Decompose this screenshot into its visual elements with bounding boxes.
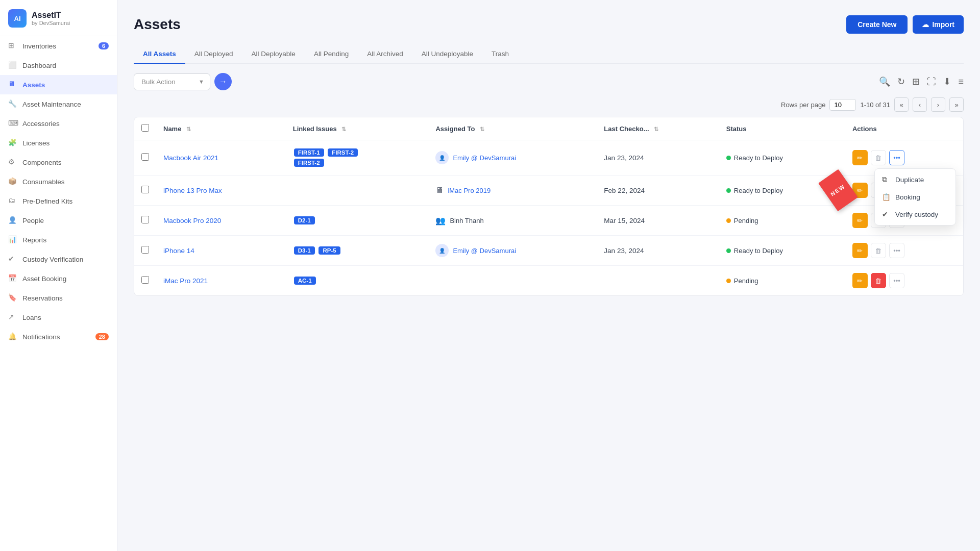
row-1-delete-button[interactable]: 🗑 bbox=[871, 150, 886, 165]
bulk-action-select[interactable]: Bulk Action Delete Selected Update Statu… bbox=[134, 73, 210, 90]
pagination-last-button[interactable]: » bbox=[949, 97, 964, 112]
sort-icon-assigned-to[interactable]: ⇅ bbox=[480, 126, 484, 132]
sidebar-item-assets[interactable]: 🖥 Assets bbox=[0, 75, 117, 94]
row-2-checkbox[interactable] bbox=[141, 186, 149, 193]
bulk-action-go-button[interactable]: → bbox=[214, 73, 232, 90]
tab-all-assets[interactable]: All Assets bbox=[134, 45, 185, 64]
pagination-first-button[interactable]: « bbox=[894, 97, 909, 112]
page-header: Assets Create New ☁ Import bbox=[134, 15, 964, 34]
sidebar-item-reports[interactable]: 📊 Reports bbox=[0, 230, 117, 249]
row-1-assigned-link[interactable]: Emily @ DevSamurai bbox=[453, 154, 516, 162]
tab-all-pending[interactable]: All Pending bbox=[305, 45, 358, 64]
columns-icon[interactable]: ⊞ bbox=[912, 76, 920, 87]
tab-all-deployed[interactable]: All Deployed bbox=[185, 45, 242, 64]
people-icon: 👤 bbox=[8, 216, 17, 225]
rows-per-page-select[interactable]: 10 25 50 100 bbox=[829, 99, 856, 111]
pagination-next-button[interactable]: › bbox=[931, 97, 945, 112]
sidebar-item-predefined-kits[interactable]: 🗂 Pre-Defined Kits bbox=[0, 191, 117, 211]
import-button[interactable]: ☁ Import bbox=[913, 15, 964, 34]
row-3-checkout-cell: Mar 15, 2024 bbox=[597, 206, 719, 236]
download-icon[interactable]: ⬇ bbox=[943, 76, 951, 87]
tab-all-archived[interactable]: All Archived bbox=[358, 45, 412, 64]
row-5-checkbox[interactable] bbox=[141, 276, 149, 284]
sidebar-item-dashboard[interactable]: ⬜ Dashboard bbox=[0, 56, 117, 75]
sidebar-item-people[interactable]: 👤 People bbox=[0, 211, 117, 230]
sidebar-item-custody-verification[interactable]: ✔ Custody Verification bbox=[0, 249, 117, 269]
row-4-name-link[interactable]: iPhone 14 bbox=[163, 247, 194, 255]
tag-first-2a[interactable]: FIRST-2 bbox=[328, 148, 358, 157]
sidebar-item-licenses[interactable]: 🧩 Licenses bbox=[0, 133, 117, 153]
create-new-button[interactable]: Create New bbox=[846, 15, 908, 34]
dropdown-booking[interactable]: 📋 Booking bbox=[875, 188, 955, 206]
row-5-more-button[interactable]: ••• bbox=[889, 273, 904, 288]
row-3-edit-button[interactable]: ✏ bbox=[852, 213, 868, 228]
row-5-tags-cell: AC-1 bbox=[286, 266, 429, 296]
sidebar-item-loans[interactable]: ↗ Loans bbox=[0, 308, 117, 327]
tag-first-2b[interactable]: FIRST-2 bbox=[294, 159, 324, 167]
tab-all-deployable[interactable]: All Deployable bbox=[242, 45, 305, 64]
consumables-icon: 📦 bbox=[8, 177, 17, 186]
row-3-checkbox[interactable] bbox=[141, 216, 149, 223]
pagination-prev-button[interactable]: ‹ bbox=[913, 97, 927, 112]
tab-trash[interactable]: Trash bbox=[482, 45, 518, 64]
sort-icon-name[interactable]: ⇅ bbox=[186, 126, 191, 132]
sort-icon-last-checkout[interactable]: ⇅ bbox=[654, 126, 658, 132]
table-row: iPhone 13 Pro Max 🖥 iMac Pro 2019 Feb 22… bbox=[134, 176, 963, 206]
tag-rp-5[interactable]: RP-5 bbox=[318, 246, 340, 255]
tag-first-1[interactable]: FIRST-1 bbox=[294, 148, 324, 157]
tag-d2-1[interactable]: D2-1 bbox=[294, 216, 315, 224]
sidebar-item-accessories[interactable]: ⌨ Accessories bbox=[0, 114, 117, 133]
row-4-checkbox[interactable] bbox=[141, 246, 149, 254]
cloud-upload-icon: ☁ bbox=[922, 20, 929, 29]
row-2-name-link[interactable]: iPhone 13 Pro Max bbox=[163, 187, 222, 194]
pagination-bar: Rows per page 10 25 50 100 1-10 of 31 « … bbox=[134, 97, 964, 112]
table-header-row: Name ⇅ Linked Issues ⇅ Assigned To ⇅ L bbox=[134, 117, 963, 140]
row-3-name-link[interactable]: Macbook Pro 2020 bbox=[163, 217, 221, 224]
row-3-assigned-name: Binh Thanh bbox=[450, 217, 483, 224]
row-1-more-button[interactable]: ••• bbox=[889, 150, 904, 165]
row-2-status-text: Ready to Deploy bbox=[734, 187, 783, 194]
row-1-edit-button[interactable]: ✏ bbox=[852, 150, 868, 165]
tab-all-undeployable[interactable]: All Undeployable bbox=[412, 45, 482, 64]
row-checkbox-cell bbox=[134, 176, 156, 206]
row-checkbox-cell bbox=[134, 236, 156, 266]
row-2-checkout-cell: Feb 22, 2024 bbox=[597, 176, 719, 206]
row-4-assigned-link[interactable]: Emily @ DevSamurai bbox=[453, 247, 516, 255]
grid-icon: ⊞ bbox=[8, 41, 17, 51]
dropdown-duplicate[interactable]: ⧉ Duplicate bbox=[875, 171, 955, 188]
fullscreen-icon[interactable]: ⛶ bbox=[927, 77, 936, 87]
select-all-checkbox[interactable] bbox=[141, 124, 149, 132]
sidebar-item-reservations[interactable]: 🔖 Reservations bbox=[0, 288, 117, 308]
filter-icon[interactable]: ≡ bbox=[958, 77, 964, 87]
refresh-icon[interactable]: ↻ bbox=[897, 76, 905, 87]
row-1-checkbox[interactable] bbox=[141, 153, 149, 161]
row-4-checkout-cell: Jan 23, 2024 bbox=[597, 236, 719, 266]
row-5-delete-button[interactable]: 🗑 bbox=[871, 273, 886, 288]
row-5-edit-button[interactable]: ✏ bbox=[852, 273, 868, 288]
sidebar-label-consumables: Consumables bbox=[22, 178, 65, 186]
sidebar-item-asset-booking[interactable]: 📅 Asset Booking bbox=[0, 269, 117, 288]
row-4-more-button[interactable]: ••• bbox=[889, 243, 904, 258]
sidebar-item-asset-maintenance[interactable]: 🔧 Asset Maintenance bbox=[0, 94, 117, 114]
row-2-edit-button[interactable]: ✏ bbox=[852, 183, 868, 198]
row-4-status-dot bbox=[726, 248, 731, 253]
row-2-assigned-link[interactable]: iMac Pro 2019 bbox=[448, 187, 491, 194]
sidebar-item-consumables[interactable]: 📦 Consumables bbox=[0, 172, 117, 191]
tag-d3-1[interactable]: D3-1 bbox=[294, 246, 315, 255]
row-4-delete-button[interactable]: 🗑 bbox=[871, 243, 886, 258]
search-icon[interactable]: 🔍 bbox=[879, 76, 890, 87]
row-2-status-dot bbox=[726, 188, 731, 193]
sidebar-item-components[interactable]: ⚙ Components bbox=[0, 153, 117, 172]
sort-icon-linked-issues[interactable]: ⇅ bbox=[341, 126, 346, 132]
row-4-name-cell: iPhone 14 bbox=[156, 236, 286, 266]
sidebar-item-inventories[interactable]: ⊞ Inventories 6 bbox=[0, 36, 117, 56]
brand-logo: AI bbox=[8, 9, 27, 28]
row-4-edit-button[interactable]: ✏ bbox=[852, 243, 868, 258]
sidebar-item-notifications[interactable]: 🔔 Notifications 28 bbox=[0, 327, 117, 346]
bulk-action-wrap: Bulk Action Delete Selected Update Statu… bbox=[134, 73, 210, 90]
dropdown-verify-custody[interactable]: ✔ Verify custody bbox=[875, 206, 955, 223]
tag-ac-1[interactable]: AC-1 bbox=[294, 277, 316, 285]
row-5-name-link[interactable]: iMac Pro 2021 bbox=[163, 277, 208, 285]
row-2-status-cell: Ready to Deploy NEW bbox=[719, 176, 845, 206]
row-1-name-link[interactable]: Macbook Air 2021 bbox=[163, 154, 218, 162]
